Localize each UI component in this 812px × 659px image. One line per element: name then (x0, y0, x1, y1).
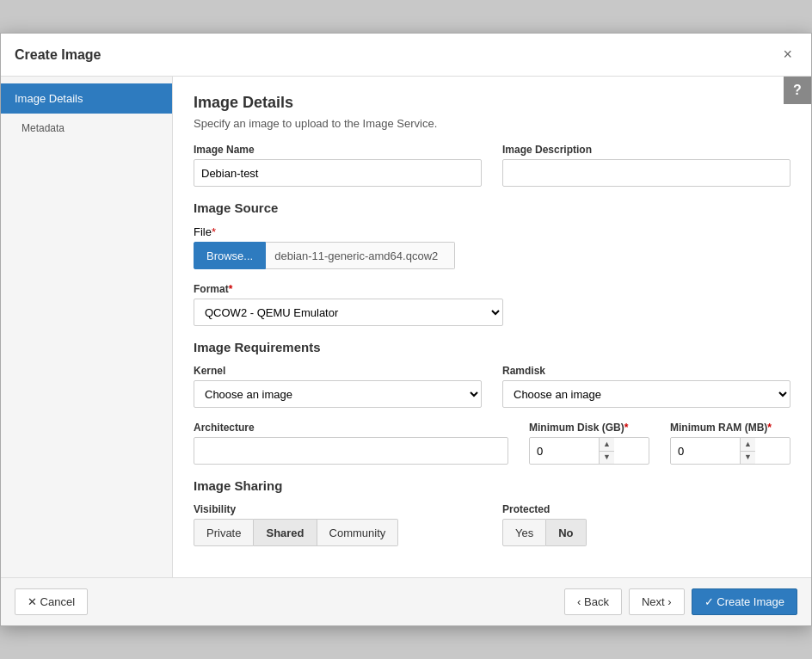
modal-title: Create Image (15, 47, 102, 63)
image-description-input[interactable] (502, 159, 790, 187)
min-ram-increment[interactable]: ▲ (741, 438, 755, 452)
ramdisk-label: Ramdisk (502, 365, 790, 377)
back-button[interactable]: ‹ Back (564, 588, 622, 615)
image-name-label: Image Name (194, 144, 482, 156)
name-description-row: Image Name Image Description (194, 144, 790, 187)
image-name-group: Image Name (194, 144, 482, 187)
sidebar-item-label: Image Details (15, 92, 83, 105)
kernel-select[interactable]: Choose an image (194, 380, 482, 408)
section-description: Specify an image to upload to the Image … (194, 117, 790, 130)
required-star: * (767, 422, 772, 434)
browse-button[interactable]: Browse... (194, 242, 266, 269)
format-group: Format* QCOW2 - QEMU Emulator AKI - Amaz… (194, 283, 503, 326)
architecture-input[interactable] (194, 437, 508, 465)
min-ram-label: Minimum RAM (MB)* (670, 422, 790, 434)
file-row: Browse... debian-11-generic-amd64.qcow2 (194, 242, 790, 269)
image-description-label: Image Description (502, 144, 790, 156)
footer-right: ‹ Back Next › ✓ Create Image (564, 588, 797, 615)
protected-group: Protected Yes No (502, 503, 790, 546)
close-button[interactable]: × (778, 44, 797, 65)
sidebar-item-image-details[interactable]: Image Details (1, 83, 172, 114)
footer-left: ✕ Cancel (15, 588, 88, 615)
content-area: ? Image Details Specify an image to uplo… (173, 77, 811, 577)
sharing-row: Visibility Private Shared Community Prot… (194, 503, 790, 546)
image-name-input[interactable] (194, 159, 482, 187)
sidebar-item-label: Metadata (22, 122, 65, 134)
protected-no-button[interactable]: No (546, 519, 586, 546)
architecture-group: Architecture (194, 422, 508, 465)
spinner-buttons: ▲ ▼ (599, 438, 614, 464)
sidebar-item-metadata[interactable]: Metadata (1, 114, 172, 143)
min-ram-decrement[interactable]: ▼ (741, 452, 755, 465)
ramdisk-select[interactable]: Choose an image (502, 380, 790, 408)
required-star: * (229, 283, 233, 295)
architecture-label: Architecture (194, 422, 508, 434)
cancel-button[interactable]: ✕ Cancel (15, 588, 88, 615)
create-image-modal: Create Image × Image Details Metadata ? … (0, 33, 812, 626)
protected-yes-button[interactable]: Yes (502, 519, 546, 546)
min-disk-increment[interactable]: ▲ (600, 438, 614, 452)
file-name-display: debian-11-generic-amd64.qcow2 (266, 242, 455, 269)
min-ram-input[interactable] (671, 438, 740, 464)
visibility-label: Visibility (194, 503, 482, 515)
min-disk-spinner: ▲ ▼ (529, 437, 649, 465)
kernel-group: Kernel Choose an image (194, 365, 482, 408)
required-star: * (212, 225, 216, 238)
visibility-private-button[interactable]: Private (194, 519, 254, 546)
visibility-community-button[interactable]: Community (317, 519, 399, 546)
file-input-row: Browse... debian-11-generic-amd64.qcow2 (194, 242, 790, 269)
visibility-group: Visibility Private Shared Community (194, 503, 482, 546)
image-source-title: Image Source (194, 200, 790, 215)
modal-footer: ✕ Cancel ‹ Back Next › ✓ Create Image (1, 577, 811, 625)
kernel-label: Kernel (194, 365, 482, 377)
arch-disk-ram-row: Architecture Minimum Disk (GB)* ▲ ▼ (194, 422, 790, 465)
min-disk-input[interactable] (530, 438, 599, 464)
format-label: Format* (194, 283, 503, 295)
min-disk-group: Minimum Disk (GB)* ▲ ▼ (529, 422, 649, 465)
format-select[interactable]: QCOW2 - QEMU Emulator AKI - Amazon Kerne… (194, 299, 503, 326)
sidebar: Image Details Metadata (1, 77, 173, 577)
visibility-shared-button[interactable]: Shared (254, 519, 317, 546)
create-image-button[interactable]: ✓ Create Image (692, 588, 797, 615)
modal-body: Image Details Metadata ? Image Details S… (1, 77, 811, 577)
protected-label: Protected (502, 503, 790, 515)
image-description-group: Image Description (502, 144, 790, 187)
min-disk-label: Minimum Disk (GB)* (529, 422, 649, 434)
help-button[interactable]: ? (784, 77, 811, 104)
section-title: Image Details (194, 94, 790, 112)
spinner-buttons: ▲ ▼ (740, 438, 755, 464)
ramdisk-group: Ramdisk Choose an image (502, 365, 790, 408)
min-ram-spinner: ▲ ▼ (670, 437, 790, 465)
required-star: * (624, 422, 629, 434)
sharing-title: Image Sharing (194, 478, 790, 493)
modal-header: Create Image × (1, 34, 811, 77)
kernel-ramdisk-row: Kernel Choose an image Ramdisk Choose an… (194, 365, 790, 408)
requirements-title: Image Requirements (194, 340, 790, 354)
visibility-btn-group: Private Shared Community (194, 519, 482, 546)
protected-btn-group: Yes No (502, 519, 790, 546)
min-disk-decrement[interactable]: ▼ (600, 452, 614, 465)
next-button[interactable]: Next › (629, 588, 685, 615)
file-label: File* (194, 225, 216, 238)
file-group: File* Browse... debian-11-generic-amd64.… (194, 225, 790, 269)
min-ram-group: Minimum RAM (MB)* ▲ ▼ (670, 422, 790, 465)
